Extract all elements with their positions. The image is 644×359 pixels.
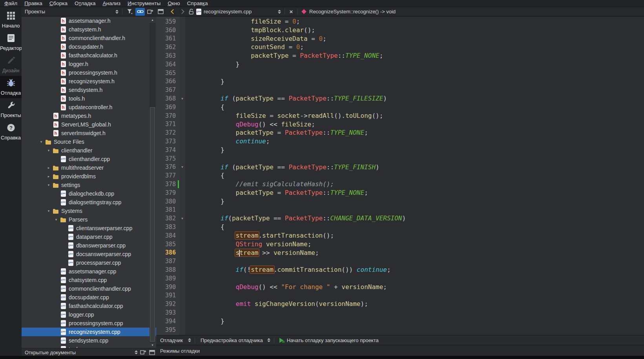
mode-item-справка[interactable]: ?Справка <box>0 121 22 143</box>
scrollbar-thumb[interactable] <box>150 107 155 342</box>
close-pane-icon[interactable] <box>148 348 156 356</box>
pane-dropdown-icon[interactable] <box>114 10 120 14</box>
split-pane-icon[interactable] <box>146 8 155 16</box>
menu-item-инструменты[interactable]: Инструменты <box>124 0 164 6</box>
tree-item-updatecontroller.h[interactable]: hupdatecontroller.h <box>22 103 156 112</box>
tree-item-assetsmanager.h[interactable]: hassetsmanager.h <box>22 16 156 25</box>
code-line-384[interactable]: 384 stream.startTransaction(); <box>156 231 644 240</box>
link-with-editor-icon[interactable] <box>135 8 145 16</box>
code-line-389[interactable]: 389 <box>156 274 644 283</box>
debugger-combobox[interactable]: Отладчик <box>160 337 183 343</box>
preset-dropdown-icon[interactable] <box>266 338 272 342</box>
tree-item-fasthashcalculator.h[interactable]: hfasthashcalculator.h <box>22 51 156 60</box>
debugger-dropdown-icon[interactable] <box>187 338 192 342</box>
tree-item-chatsystem.cpp[interactable]: c++chatsystem.cpp <box>22 276 156 284</box>
start-debug-label[interactable]: Начать отладку запускающего проекта <box>287 337 379 343</box>
expander-open-icon[interactable]: ▾ <box>46 209 52 213</box>
close-document-icon[interactable]: × <box>287 8 295 15</box>
code-line-373[interactable]: 373 continue; <box>156 137 644 146</box>
code-line-370[interactable]: 370 fileSize = socket->readAll().toULong… <box>156 112 644 120</box>
tree-item-providerdblms[interactable]: ▸providerdblms <box>22 172 156 181</box>
tree-item-logger.h[interactable]: hlogger.h <box>22 60 156 68</box>
go-back-button[interactable] <box>169 8 177 16</box>
code-line-390[interactable]: 390 qDebug() << "For change " + versionN… <box>156 283 644 291</box>
tree-item-clientanswerparser.cpp[interactable]: c++clientanswerparser.cpp <box>22 224 156 233</box>
tree-item-metatypes.h[interactable]: hmetatypes.h <box>22 112 156 120</box>
tree-item-multithreadserver[interactable]: ▸multithreadserver <box>22 163 156 172</box>
tree-item-ServerLMS_global.h[interactable]: hServerLMS_global.h <box>22 120 156 129</box>
tree-item-dialogcheckdb.cpp[interactable]: c++dialogcheckdb.cpp <box>22 189 156 198</box>
open-file-tab[interactable]: recognizesystem.cpp <box>204 9 277 15</box>
tree-item-clienthandler.cpp[interactable]: c++clienthandler.cpp <box>22 155 156 163</box>
code-line-362[interactable]: 362 countSend = 0; <box>156 43 644 51</box>
code-line-376[interactable]: 376▾ if (packetType == PacketType::TYPE_… <box>156 163 644 172</box>
code-line-383[interactable]: 383 { <box>156 223 644 231</box>
projects-pane-selector[interactable]: Проекты <box>25 9 114 15</box>
tree-item-docsupdater.cpp[interactable]: c++docsupdater.cpp <box>22 293 156 302</box>
mode-item-начало[interactable]: Начало <box>0 9 22 31</box>
tree-item-recognizesystem.cpp[interactable]: c++recognizesystem.cpp <box>22 328 156 336</box>
code-line-367[interactable]: 367 <box>156 86 644 94</box>
tree-item-clienthandler[interactable]: ▾clienthandler <box>22 146 156 155</box>
tree-item-dbanswerparser.cpp[interactable]: c++dbanswerparser.cpp <box>22 241 156 250</box>
code-line-387[interactable]: 387 <box>156 257 644 266</box>
start-debug-icon[interactable] <box>277 336 286 344</box>
go-forward-button[interactable] <box>177 8 186 16</box>
tree-item-processingsystem.cpp[interactable]: c++processingsystem.cpp <box>22 319 156 328</box>
code-line-395[interactable]: 395 <box>156 326 644 334</box>
tree-item-logger.cpp[interactable]: c++logger.cpp <box>22 310 156 319</box>
tree-item-processingsystem.h[interactable]: hprocessingsystem.h <box>22 68 156 77</box>
tree-item-settings[interactable]: ▾settings <box>22 181 156 189</box>
code-line-381[interactable]: 381 <box>156 206 644 214</box>
close-pane-icon[interactable] <box>156 8 165 16</box>
menu-item-файл[interactable]: Файл <box>1 0 21 6</box>
code-line-363[interactable]: 363 packetType = PacketType::TYPE_NONE; <box>156 51 644 60</box>
menu-item-анализ[interactable]: Анализ <box>99 0 124 6</box>
code-line-375[interactable]: 375 <box>156 154 644 163</box>
expander-open-icon[interactable]: ▾ <box>46 183 52 187</box>
code-line-372[interactable]: 372 packetType = PacketType::TYPE_NONE; <box>156 128 644 137</box>
split-pane-icon[interactable] <box>139 348 147 356</box>
code-line-360[interactable]: 360 tmpBlock.clear(); <box>156 26 644 35</box>
tree-item-Systems[interactable]: ▾Systems <box>22 207 156 215</box>
tree-item-processparser.cpp[interactable]: c++processparser.cpp <box>22 258 156 267</box>
tree-item-Source Files[interactable]: ▾Source Files <box>22 137 156 146</box>
code-line-377[interactable]: 377 { <box>156 171 644 180</box>
tree-item-fasthashcalculator.cpp[interactable]: c++fasthashcalculator.cpp <box>22 302 156 310</box>
expander-closed-icon[interactable]: ▸ <box>46 166 52 170</box>
menu-item-справка[interactable]: Справка <box>184 0 212 6</box>
open-documents-header[interactable]: Открытые документы <box>22 348 156 356</box>
menu-item-правка[interactable]: Правка <box>21 0 46 6</box>
mode-item-отладка[interactable]: Отладка <box>0 76 22 98</box>
code-line-386[interactable]: 386 stream >> versionName; <box>156 249 644 257</box>
tree-item-commonclienthandler.h[interactable]: hcommonclienthandler.h <box>22 34 156 42</box>
code-line-378[interactable]: 378 //emit sigCalculateHash(); <box>156 180 644 189</box>
code-line-359[interactable]: 359 fileSize = 0; <box>156 17 644 26</box>
scroll-down-icon[interactable]: ▼ <box>150 343 155 348</box>
mode-item-проекты[interactable]: Проекты <box>0 98 22 121</box>
code-line-369[interactable]: 369 { <box>156 103 644 112</box>
code-line-392[interactable]: 392 emit sigChangeVersion(versionName); <box>156 300 644 308</box>
pane-dropdown-icon[interactable] <box>133 350 139 354</box>
tree-item-commonclienthandler.cpp[interactable]: c++commonclienthandler.cpp <box>22 284 156 293</box>
expander-open-icon[interactable]: ▾ <box>53 218 59 222</box>
tree-scrollbar[interactable]: ▲ ▼ <box>150 17 155 348</box>
code-line-394[interactable]: 394 } <box>156 317 644 326</box>
code-line-380[interactable]: 380 } <box>156 197 644 206</box>
tree-item-sendsystem.h[interactable]: hsendsystem.h <box>22 86 156 94</box>
filter-icon[interactable] <box>125 8 135 16</box>
current-symbol[interactable]: RecognizeSystem::recognize() -> void <box>309 9 396 15</box>
fold-marker-icon[interactable]: ▾ <box>179 165 185 169</box>
code-line-393[interactable]: 393 <box>156 308 644 317</box>
expander-open-icon[interactable]: ▾ <box>46 148 52 152</box>
tree-item-docsanswerparser.cpp[interactable]: c++docsanswerparser.cpp <box>22 250 156 258</box>
code-line-379[interactable]: 379 packetType = PacketType::TYPE_NONE; <box>156 189 644 197</box>
tree-item-tools.cpp[interactable]: c++tools.cpp <box>22 345 156 348</box>
debugger-preset-combobox[interactable]: Преднастройка отладчика <box>201 337 263 343</box>
menu-item-отладка[interactable]: Отладка <box>71 0 99 6</box>
code-line-371[interactable]: 371 qDebug() << fileSize; <box>156 120 644 129</box>
code-line-391[interactable]: 391 <box>156 291 644 300</box>
scroll-up-icon[interactable]: ▲ <box>150 17 155 23</box>
mode-item-дизайн[interactable]: Дизайн <box>0 53 22 76</box>
code-line-388[interactable]: 388 if(!stream.commitTransaction()) cont… <box>156 266 644 274</box>
